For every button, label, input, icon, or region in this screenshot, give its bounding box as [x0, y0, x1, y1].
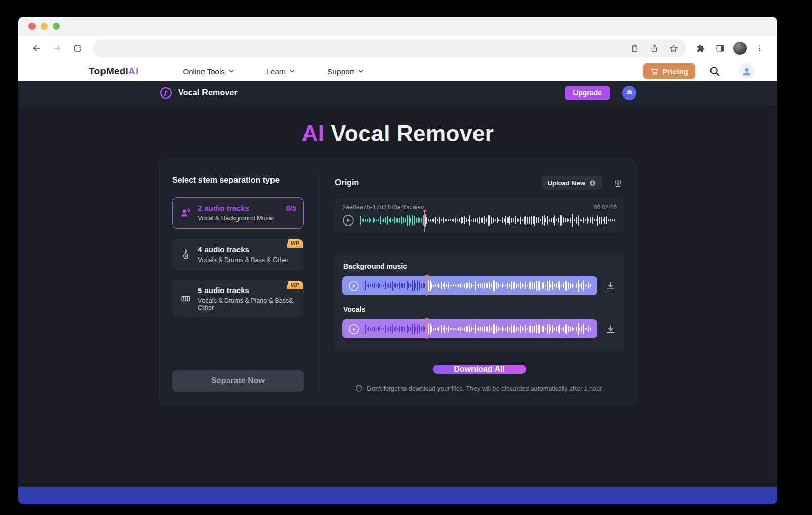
chevron-down-icon: [228, 68, 235, 75]
site-header: TopMediAi Online Tools Learn Support: [18, 61, 777, 81]
option-4-audio-tracks[interactable]: VIP 4 audio tracks Vocals & Drums & Bass…: [172, 239, 304, 270]
piano-icon: [180, 293, 192, 305]
pricing-button[interactable]: Pricing: [643, 63, 695, 79]
main-nav: Online Tools Learn Support: [183, 67, 396, 76]
download-icon[interactable]: [604, 323, 617, 335]
playhead-cursor[interactable]: [426, 276, 427, 296]
clipboard-icon[interactable]: [629, 43, 640, 54]
option-subtitle: Vocals & Drums & Piano & Bass& Other: [198, 297, 296, 311]
option-5-audio-tracks[interactable]: VIP 5 audio tracks Vocals & Drums & Pian…: [172, 280, 304, 317]
trash-icon[interactable]: [612, 177, 624, 189]
nav-label: Online Tools: [183, 67, 225, 76]
minimize-window-button[interactable]: [41, 23, 48, 30]
option-title: 2 audio tracks: [198, 204, 249, 212]
sidepanel-icon[interactable]: [714, 42, 726, 54]
share-icon[interactable]: [649, 43, 660, 54]
browser-window: TopMediAi Online Tools Learn Support: [18, 17, 777, 504]
playhead-cursor[interactable]: [426, 319, 427, 339]
nav-online-tools[interactable]: Online Tools: [183, 67, 235, 76]
upload-new-label: Upload New: [548, 179, 585, 187]
option-subtitle: Vocal & Background Music: [198, 215, 296, 222]
reload-icon[interactable]: [71, 42, 83, 54]
origin-file-name: 2ae0aa7b-17d3180a40c.wav: [342, 204, 424, 211]
main-card: Select stem separation type 2 audio trac…: [159, 160, 636, 406]
origin-duration: 00:02:00: [594, 204, 617, 210]
download-all-button[interactable]: Download All: [433, 365, 526, 374]
topmediai-logo[interactable]: TopMediAi: [89, 66, 139, 77]
user-icon: [741, 66, 752, 77]
account-avatar[interactable]: [739, 63, 754, 79]
vocals-waveform[interactable]: [365, 323, 592, 336]
option-quota: 0/5: [286, 204, 296, 212]
background-music-waveform[interactable]: [365, 279, 592, 293]
page-title-rest: Vocal Remover: [331, 121, 494, 146]
separate-now-button[interactable]: Separate Now: [172, 370, 304, 392]
option-title: 5 audio tracks: [198, 286, 249, 295]
vocals-player[interactable]: [342, 319, 597, 338]
footer-strip: [18, 487, 777, 504]
stem-row: [342, 319, 617, 338]
origin-heading: Origin: [335, 178, 359, 187]
zoom-window-button[interactable]: [53, 23, 60, 30]
vip-badge: VIP: [283, 281, 303, 289]
stems-panel: Background music: [335, 253, 624, 351]
close-window-button[interactable]: [28, 23, 36, 30]
play-icon[interactable]: [348, 280, 359, 292]
forward-icon[interactable]: [51, 42, 63, 54]
desktop-background: TopMediAi Online Tools Learn Support: [0, 0, 812, 515]
upload-new-button[interactable]: Upload New: [542, 176, 602, 190]
vocal-remover-logo[interactable]: Vocal Remover: [159, 86, 238, 100]
app-title: Vocal Remover: [178, 88, 238, 98]
origin-waveform[interactable]: [360, 214, 617, 227]
page-title: AI Vocal Remover: [18, 121, 777, 146]
discard-notice: Don't forget to download your files. The…: [335, 384, 624, 392]
bookmark-star-icon[interactable]: [668, 43, 679, 54]
column-divider: [319, 172, 320, 395]
browser-profile-avatar[interactable]: [733, 42, 747, 55]
upgrade-button[interactable]: Upgrade: [565, 86, 610, 100]
play-icon[interactable]: [342, 214, 354, 227]
chevron-down-icon: [357, 68, 364, 75]
logo-prefix: TopMedi: [89, 66, 128, 76]
kebab-menu-icon[interactable]: [754, 42, 766, 54]
option-2-audio-tracks[interactable]: 2 audio tracks 0/5 Vocal & Background Mu…: [172, 197, 304, 229]
info-icon: [355, 384, 363, 392]
site-header-actions: Pricing: [643, 63, 754, 79]
nav-label: Support: [327, 67, 354, 76]
stem-label-background-music: Background music: [343, 262, 617, 270]
nav-support[interactable]: Support: [327, 67, 364, 76]
pricing-label: Pricing: [662, 67, 688, 76]
origin-player: 2ae0aa7b-17d3180a40c.wav 00:02:00: [335, 198, 624, 233]
origin-column: Origin Upload New 2ae0aa7b-17d3180a40c.w…: [335, 176, 624, 392]
mac-titlebar: [18, 17, 777, 36]
chevron-down-icon: [289, 68, 296, 75]
nav-learn[interactable]: Learn: [266, 67, 296, 76]
plus-circle-icon: [589, 179, 596, 187]
logo-suffix: Ai: [128, 66, 138, 76]
address-bar[interactable]: [93, 39, 686, 57]
guitar-icon: [180, 248, 192, 261]
discord-icon[interactable]: [622, 86, 636, 100]
discard-notice-text: Don't forget to download your files. The…: [367, 385, 603, 392]
singer-icon: [180, 207, 192, 219]
search-icon[interactable]: [708, 65, 721, 77]
back-icon[interactable]: [30, 42, 43, 54]
chrome-controls: [691, 42, 769, 55]
option-title: 4 audio tracks: [198, 245, 249, 254]
page-content: AI Vocal Remover Select stem separation …: [18, 105, 777, 487]
play-icon[interactable]: [348, 324, 359, 335]
stem-row: [342, 276, 617, 295]
separation-heading: Select stem separation type: [172, 176, 304, 185]
background-music-player[interactable]: [342, 276, 597, 295]
extensions-puzzle-icon[interactable]: [695, 42, 707, 54]
cart-icon: [650, 67, 659, 76]
stem-label-vocals: Vocals: [343, 305, 617, 313]
separation-column: Select stem separation type 2 audio trac…: [172, 176, 304, 392]
nav-label: Learn: [266, 67, 286, 76]
playhead-cursor[interactable]: [424, 210, 425, 232]
download-icon[interactable]: [604, 280, 617, 292]
browser-toolbar: [18, 36, 777, 61]
page-title-accent: AI: [302, 121, 325, 146]
option-subtitle: Vocals & Drums & Bass & Other: [198, 256, 296, 264]
app-header: Vocal Remover Upgrade: [18, 81, 777, 105]
